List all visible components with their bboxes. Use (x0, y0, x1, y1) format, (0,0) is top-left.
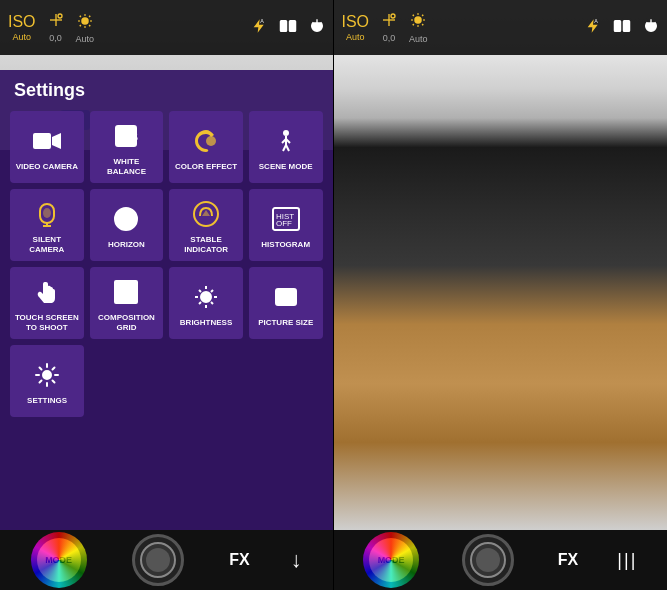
settings-grid: VIDEO CAMERA WB WHITE BALANCE COLOR EFFE… (10, 111, 323, 339)
settings-gear-button[interactable]: SETTINGS (10, 345, 84, 417)
touch-screen-button[interactable]: TOUCH SCREEN TO SHOOT (10, 267, 84, 339)
flash-icon: A (251, 18, 267, 37)
focus-icon (76, 12, 94, 33)
brightness-icon (190, 281, 222, 313)
iso-icon-right: ISO (342, 13, 370, 31)
flash-control[interactable]: A (251, 18, 267, 37)
flip-icon (279, 18, 297, 37)
focus-control[interactable]: Auto (76, 12, 95, 44)
bars-button-right[interactable]: ||| (617, 550, 637, 571)
horizon-button[interactable]: HORIZON (90, 189, 164, 261)
svg-point-22 (124, 217, 128, 221)
top-bar-right: ISO Auto 0,0 Auto A (334, 0, 668, 55)
left-camera-panel: ISO Auto 0,0 Auto A (0, 0, 333, 590)
svg-line-41 (199, 290, 201, 292)
svg-text:A: A (594, 18, 598, 24)
iso-control-right[interactable]: ISO Auto (342, 13, 370, 42)
scene-mode-label: SCENE MODE (259, 162, 313, 172)
brightness-button[interactable]: BRIGHTNESS (169, 267, 243, 339)
shutter-dot-left (146, 548, 170, 572)
composition-grid-icon (110, 276, 142, 308)
power-control-right[interactable] (643, 18, 659, 38)
white-balance-label: WHITE BALANCE (94, 157, 160, 176)
video-camera-icon (31, 125, 63, 157)
camera-preview-right (334, 0, 668, 590)
svg-line-17 (286, 145, 289, 151)
svg-rect-1 (55, 14, 56, 26)
focus-icon-right (409, 11, 427, 33)
picture-size-button[interactable]: PICTURE SIZE (249, 267, 323, 339)
power-icon (309, 18, 325, 38)
power-icon-right (643, 18, 659, 38)
flip-control-right[interactable] (613, 18, 631, 38)
svg-rect-53 (624, 20, 630, 31)
silent-camera-label: SILENT CAMERA (14, 235, 80, 254)
flash-control-right[interactable]: A (585, 18, 601, 38)
stable-indicator-label: STABLE INDICATOR (173, 235, 239, 254)
video-camera-label: VIDEO CAMERA (16, 162, 78, 172)
svg-rect-31 (115, 281, 137, 303)
silent-camera-icon (31, 198, 63, 230)
composition-grid-label: COMPOSITION GRID (94, 313, 160, 332)
svg-point-11 (206, 136, 216, 146)
settings-gear-icon (31, 359, 63, 391)
right-camera-panel: ISO Auto 0,0 Auto A (334, 0, 668, 590)
bottom-bar-right: MODE FX ||| (334, 530, 668, 590)
silent-camera-button[interactable]: SILENT CAMERA (10, 189, 84, 261)
svg-rect-52 (615, 20, 621, 31)
histogram-button[interactable]: HISTOFF HISTOGRAM (249, 189, 323, 261)
brightness-label: BRIGHTNESS (180, 318, 232, 328)
svg-point-49 (391, 14, 395, 18)
touch-screen-icon (31, 276, 63, 308)
settings-gear-label: SETTINGS (27, 396, 67, 406)
iso-control[interactable]: ISO Auto (8, 13, 36, 42)
color-wheel-right (363, 532, 419, 588)
exposure-control-right[interactable]: 0,0 (381, 12, 397, 43)
svg-marker-8 (52, 133, 61, 149)
horizon-label: HORIZON (108, 240, 145, 250)
white-balance-button[interactable]: WB WHITE BALANCE (90, 111, 164, 183)
color-effect-button[interactable]: COLOR EFFECT (169, 111, 243, 183)
top-bar-left: ISO Auto 0,0 Auto A (0, 0, 333, 55)
svg-text:A: A (260, 18, 264, 24)
fx-button-left[interactable]: FX (229, 551, 249, 569)
histogram-label: HISTOGRAM (261, 240, 310, 250)
shutter-button-left[interactable] (132, 534, 184, 586)
iso-icon: ISO (8, 13, 36, 31)
svg-point-20 (43, 208, 51, 218)
svg-point-46 (43, 371, 51, 379)
svg-point-12 (283, 130, 289, 136)
picture-size-icon (270, 281, 302, 313)
svg-rect-7 (33, 133, 51, 149)
bottom-bar-left: MODE FX ↓ (0, 530, 333, 590)
composition-grid-button[interactable]: COMPOSITION GRID (90, 267, 164, 339)
shutter-inner-left (140, 542, 176, 578)
power-control[interactable] (309, 18, 325, 38)
shutter-button-right[interactable] (462, 534, 514, 586)
svg-rect-5 (280, 21, 286, 32)
stable-indicator-button[interactable]: STABLE INDICATOR (169, 189, 243, 261)
video-camera-button[interactable]: VIDEO CAMERA (10, 111, 84, 183)
svg-point-50 (415, 17, 421, 23)
settings-title: Settings (10, 80, 323, 101)
picture-size-label: PICTURE SIZE (258, 318, 313, 328)
color-effect-label: COLOR EFFECT (175, 162, 237, 172)
svg-line-43 (211, 290, 213, 292)
shutter-inner-right (470, 542, 506, 578)
shutter-dot-right (476, 548, 500, 572)
svg-point-3 (82, 18, 88, 24)
flip-icon-right (613, 18, 631, 38)
histogram-icon: HISTOFF (270, 203, 302, 235)
exposure-icon-right (381, 12, 397, 32)
svg-line-42 (211, 302, 213, 304)
download-button-left[interactable]: ↓ (291, 547, 302, 573)
flip-control[interactable] (279, 18, 297, 37)
scene-mode-icon (270, 125, 302, 157)
white-balance-icon: WB (110, 120, 142, 152)
exposure-control[interactable]: 0,0 (48, 12, 64, 43)
settings-single-row: SETTINGS (10, 345, 323, 417)
focus-control-right[interactable]: Auto (409, 11, 428, 44)
svg-text:WB: WB (119, 130, 138, 144)
fx-button-right[interactable]: FX (558, 551, 578, 569)
scene-mode-button[interactable]: SCENE MODE (249, 111, 323, 183)
